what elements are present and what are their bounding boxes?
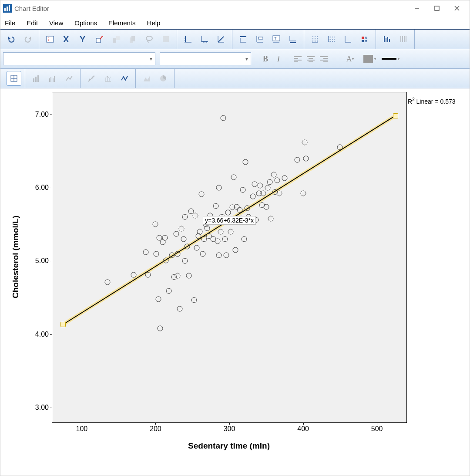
data-point[interactable]: [194, 245, 200, 251]
fit-line-handle[interactable]: [60, 322, 66, 327]
line-style-button[interactable]: ▾: [379, 53, 402, 65]
data-point[interactable]: [282, 176, 288, 181]
align-left-button[interactable]: [291, 53, 304, 65]
line-chart-button[interactable]: [62, 71, 77, 86]
data-point[interactable]: [191, 297, 197, 303]
interpolation-button[interactable]: [117, 71, 132, 86]
data-point[interactable]: [200, 251, 205, 257]
data-point[interactable]: [215, 238, 220, 244]
minimize-button[interactable]: [407, 2, 427, 15]
font-color-button[interactable]: A▾: [343, 53, 356, 65]
close-button[interactable]: [447, 2, 467, 15]
data-point[interactable]: [224, 252, 229, 258]
data-point[interactable]: [258, 182, 263, 188]
title-button[interactable]: [236, 32, 251, 47]
data-point[interactable]: [243, 159, 248, 165]
data-point[interactable]: [225, 210, 231, 216]
data-point[interactable]: [221, 115, 226, 121]
data-point[interactable]: [237, 207, 242, 213]
data-point[interactable]: [275, 178, 280, 183]
data-point[interactable]: [185, 243, 190, 249]
x-axis-button[interactable]: X: [59, 32, 74, 47]
data-point[interactable]: [205, 225, 210, 231]
data-point[interactable]: [156, 297, 161, 302]
data-point[interactable]: [277, 191, 282, 196]
data-point[interactable]: [166, 288, 171, 294]
spike-button[interactable]: [101, 71, 115, 86]
data-point[interactable]: [181, 236, 186, 242]
data-point[interactable]: [231, 175, 237, 180]
properties-button[interactable]: [43, 32, 57, 47]
fit-line-handle[interactable]: [393, 113, 398, 118]
area-chart-button[interactable]: [139, 71, 154, 86]
data-point[interactable]: [302, 139, 307, 145]
3d-rotate-button[interactable]: [125, 32, 140, 47]
menu-item[interactable]: Elements: [108, 19, 136, 27]
data-point[interactable]: [175, 273, 181, 279]
transpose-button[interactable]: [109, 32, 124, 47]
data-point[interactable]: [216, 185, 222, 190]
data-point[interactable]: [213, 203, 219, 209]
data-point[interactable]: [192, 213, 198, 218]
pie-chart-button[interactable]: [156, 71, 171, 86]
plot-area[interactable]: 3.004.005.006.007.00100200300400500y=3.6…: [52, 92, 407, 423]
data-point[interactable]: [182, 214, 188, 220]
data-point[interactable]: [154, 251, 159, 257]
data-point[interactable]: [218, 229, 223, 235]
menu-item[interactable]: File: [5, 19, 15, 27]
gridlines-none-button[interactable]: [341, 32, 356, 47]
data-label-mode-button[interactable]: [379, 32, 394, 47]
data-point[interactable]: [244, 206, 250, 211]
align-right-button[interactable]: [317, 53, 330, 65]
data-point[interactable]: [145, 272, 151, 278]
fill-color-button[interactable]: ▾: [360, 53, 379, 65]
data-point[interactable]: [182, 258, 188, 264]
data-point[interactable]: [131, 272, 136, 278]
data-point[interactable]: [252, 181, 257, 187]
show-x-axis-button[interactable]: [197, 32, 212, 47]
menu-item[interactable]: Help: [147, 19, 161, 27]
maximize-button[interactable]: [427, 2, 447, 15]
point-id-button[interactable]: [92, 32, 107, 47]
y-axis-label[interactable]: Cholesterol (mmol/L): [11, 216, 20, 298]
legend-button[interactable]: AB: [357, 32, 372, 47]
menu-item[interactable]: View: [49, 19, 63, 27]
data-point[interactable]: [268, 216, 273, 221]
data-point[interactable]: [337, 145, 343, 150]
gridlines-x-button[interactable]: [324, 32, 339, 47]
data-point[interactable]: [263, 204, 269, 209]
show-derived-axis-button[interactable]: [214, 32, 228, 47]
data-point[interactable]: [222, 236, 228, 242]
data-point[interactable]: [177, 306, 183, 311]
data-point[interactable]: [198, 192, 204, 197]
y-axis-button[interactable]: Y: [76, 32, 91, 47]
clustered-bar-button[interactable]: [45, 71, 60, 86]
data-point[interactable]: [105, 280, 111, 285]
data-point[interactable]: [265, 185, 271, 190]
menu-item[interactable]: Edit: [27, 19, 38, 27]
data-point[interactable]: [143, 250, 149, 255]
data-point[interactable]: [295, 157, 300, 162]
data-point[interactable]: [271, 172, 276, 177]
menu-item[interactable]: Options: [74, 19, 97, 27]
lasso-button[interactable]: [142, 32, 157, 47]
data-point[interactable]: [153, 222, 158, 227]
annotation-button[interactable]: [252, 32, 267, 47]
fit-equation-label[interactable]: y=3.66+6.32E-3*x: [203, 216, 256, 225]
data-point[interactable]: [173, 231, 179, 237]
undo-button[interactable]: [4, 32, 19, 47]
show-y-axis-button[interactable]: [181, 32, 195, 47]
data-point[interactable]: [300, 191, 306, 196]
data-point[interactable]: [162, 235, 168, 240]
data-point[interactable]: [261, 191, 266, 196]
data-point[interactable]: [175, 251, 181, 257]
data-point[interactable]: [216, 252, 222, 258]
data-point[interactable]: [157, 326, 163, 331]
text-box-button[interactable]: T: [269, 32, 284, 47]
bar-chart-button[interactable]: [29, 71, 44, 86]
redo-button[interactable]: [20, 32, 35, 47]
data-point[interactable]: [303, 155, 309, 161]
gridlines-y-button[interactable]: [308, 32, 322, 47]
data-point[interactable]: [232, 247, 238, 253]
italic-button[interactable]: I: [272, 53, 285, 65]
